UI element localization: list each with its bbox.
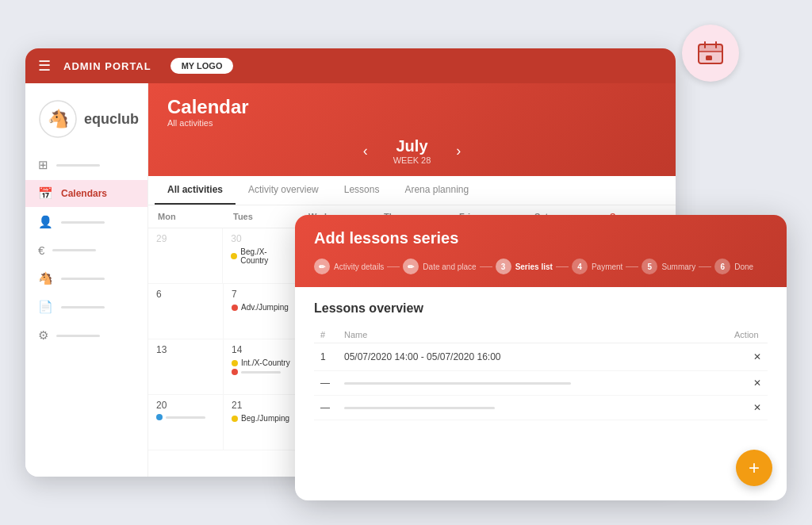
pencil-icon-2: ✏ [408,262,414,271]
hamburger-icon[interactable]: ☰ [38,57,51,75]
step-1[interactable]: ✏ Activity details [314,259,384,274]
step-6-label: Done [734,262,753,271]
step-sep-2 [480,266,492,267]
lessons-table: # Name Action 1 05/07/2020 14:00 - 05/07… [314,327,768,420]
step-sep-3 [556,266,569,267]
sidebar-item-calendars[interactable]: 📅 Calendars [25,180,147,207]
step-3-num: 3 [496,259,511,274]
month-navigation: ‹ July WEEK 28 › [167,137,657,176]
horse-logo-icon: 🐴 [38,99,78,139]
tab-activity-overview[interactable]: Activity overview [236,176,331,205]
cell-29: 29 [148,228,223,283]
calendar-fab-icon[interactable] [682,25,739,82]
sidebar-item-contacts[interactable]: 👤 [25,209,147,236]
calendar-title: Calendar [167,96,657,118]
step-1-num: ✏ [314,259,330,274]
calendars-icon: 📅 [38,186,53,201]
sidebar-item-horses[interactable]: 🐴 [25,265,147,292]
calendars-label: Calendars [61,188,107,199]
dashboard-line [56,164,100,167]
stepper: ✏ Activity details ✏ Date and place 3 Se… [314,259,768,274]
dot-red-icon [232,305,238,311]
tab-arena-planning[interactable]: Arena planning [392,176,481,205]
row-1-delete[interactable]: ✕ [728,343,768,371]
fab-add-button[interactable]: + [736,450,772,486]
step-3[interactable]: 3 Series list [496,259,553,274]
table-header-row: # Name Action [314,327,768,343]
dot-yellow-icon [232,360,238,366]
event-line-segment [166,416,205,419]
step-4-label: Payment [592,262,622,271]
topbar: ☰ ADMIN PORTAL MY LOGO [25,48,676,83]
tab-all-activities[interactable]: All activities [155,176,236,205]
row-3-name [338,396,728,420]
step-5[interactable]: 5 Summary [642,259,695,274]
svg-text:🐴: 🐴 [48,108,70,129]
table-row: — ✕ [314,371,768,396]
calendar-subtitle: All activities [167,118,657,128]
next-month-button[interactable]: › [456,143,461,159]
cell-30: 30 Beg./X-Country [223,228,297,283]
tab-lessons[interactable]: Lessons [331,176,393,205]
contacts-icon: 👤 [38,215,53,229]
sidebar-item-reports[interactable]: 📄 [25,293,147,320]
step-5-num: 5 [642,259,657,274]
cell-6: 6 [148,284,224,339]
reports-icon: 📄 [38,300,53,314]
step-sep-4 [626,266,638,267]
step-2[interactable]: ✏ Date and place [403,259,476,274]
step-6[interactable]: 6 Done [714,259,753,274]
brand-name: equclub [84,111,139,128]
sidebar-logo: 🐴 equclub [25,93,151,151]
sidebar-item-dashboard[interactable]: ⊞ [25,151,147,178]
dialog-title: Add lessons series [314,229,768,247]
event-label: Adv./Jumping [241,303,289,312]
event-line-segment [241,371,281,374]
sidebar-nav: ⊞ 📅 Calendars 👤 € 🐴 [25,151,147,349]
svg-rect-2 [699,44,722,52]
row-2-name [338,371,728,396]
settings-icon: ⚙ [38,328,48,343]
row-2-delete[interactable]: ✕ [728,371,768,396]
admin-portal-label: ADMIN PORTAL [63,60,151,72]
cell-7: 7 Adv./Jumping [224,284,299,339]
day-mon: Mon [148,205,224,228]
prev-month-button[interactable]: ‹ [363,143,368,159]
step-6-num: 6 [714,259,730,274]
step-3-label: Series list [515,262,553,271]
row-1-name: 05/07/2020 14:00 - 05/07/2020 16:00 [338,343,728,371]
reports-line [61,306,105,308]
row-3-num: — [314,396,338,420]
event-label: Beg./X-Country [240,247,289,265]
step-2-num: ✏ [403,259,419,274]
event-beg-jumping[interactable]: Beg./Jumping [232,414,290,423]
event-line-14 [232,369,290,375]
calendar-header: Calendar All activities ‹ July WEEK 28 › [148,83,676,176]
sidebar-item-settings[interactable]: ⚙ [25,322,147,349]
sidebar: 🐴 equclub ⊞ 📅 Calendars 👤 € [25,83,148,477]
step-4[interactable]: 4 Payment [572,259,622,274]
svg-rect-4 [706,56,712,60]
event-int-xcountry[interactable]: Int./X-Country [232,358,290,367]
logo-button[interactable]: MY LOGO [170,58,234,74]
finance-icon: € [38,243,44,257]
table-row: 1 05/07/2020 14:00 - 05/07/2020 16:00 ✕ [314,343,768,371]
row-3-delete[interactable]: ✕ [728,396,768,420]
step-2-label: Date and place [423,262,476,271]
cell-13: 13 [148,339,224,394]
step-sep-5 [699,266,711,267]
dialog-body: Lessons overview # Name Action 1 05/07/2… [295,287,787,435]
dot-yellow-icon [232,416,238,422]
event-label: Int./X-Country [241,358,290,367]
table-row: — ✕ [314,396,768,420]
event-label: Beg./Jumping [241,414,289,423]
row-2-num: — [314,371,338,396]
sidebar-item-finance[interactable]: € [25,237,147,263]
step-4-num: 4 [572,259,588,274]
cell-21: 21 Beg./Jumping [224,395,299,450]
event-beg-xcountry[interactable]: Beg./X-Country [231,247,289,265]
event-adv-jumping[interactable]: Adv./Jumping [232,303,290,312]
th-num: # [314,327,338,343]
step-1-label: Activity details [334,262,384,271]
th-name: Name [338,327,728,343]
